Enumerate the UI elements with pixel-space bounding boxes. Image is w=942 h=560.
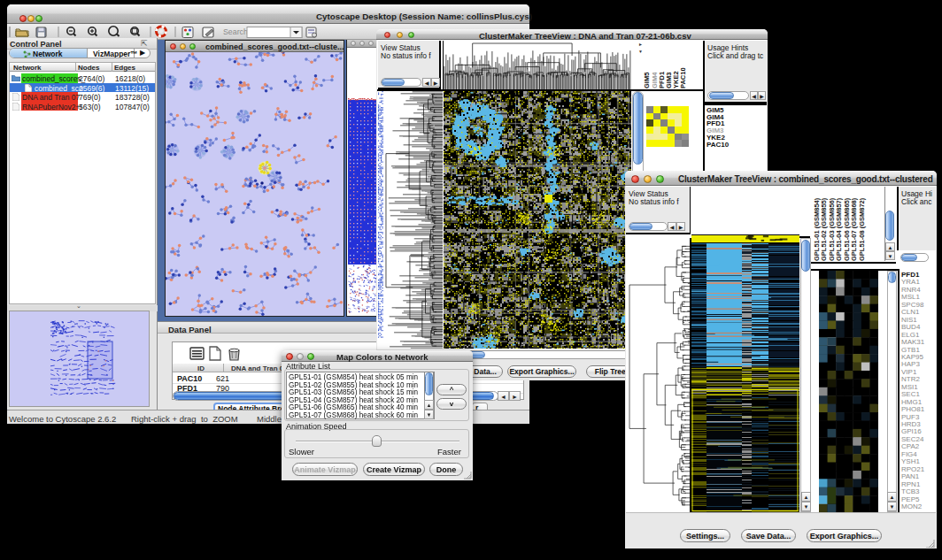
svg-text:Search:: Search: xyxy=(223,27,250,36)
